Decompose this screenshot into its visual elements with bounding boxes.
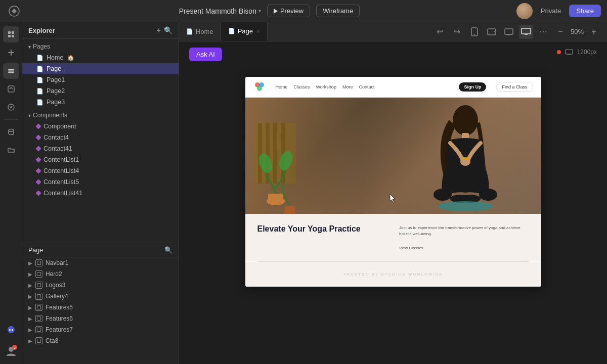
- tab-home[interactable]: 📄 Home: [179, 22, 221, 41]
- layer-features7[interactable]: ▶ Features7: [22, 324, 179, 335]
- undo-button[interactable]: ↩: [433, 25, 447, 39]
- tab-page[interactable]: 📄 Page ×: [221, 22, 268, 41]
- component-contentlist41[interactable]: ContentList41: [22, 188, 179, 199]
- canvas-content: Ask AI 1200px: [179, 41, 607, 364]
- svg-point-45: [479, 189, 497, 201]
- layer-gallery4-label: Gallery4: [46, 293, 68, 300]
- nav-class-button[interactable]: Find a Class: [496, 82, 533, 92]
- preview-button[interactable]: Preview: [267, 5, 310, 17]
- content-description: Join us to experience the transformative…: [399, 225, 529, 237]
- contentlist4-diamond-icon: [35, 168, 41, 173]
- zoom-in-button[interactable]: +: [587, 25, 601, 39]
- sidebar-icon-styles[interactable]: [3, 81, 19, 97]
- component-contentlist41-label: ContentList41: [44, 190, 82, 197]
- yoga-figure: [430, 103, 501, 214]
- svg-point-12: [10, 106, 12, 108]
- pages-section-header[interactable]: ▾ Pages: [22, 41, 179, 52]
- tab-home-icon: 📄: [186, 28, 193, 35]
- sidebar-icon-layers[interactable]: [3, 63, 19, 79]
- nav-link-classes[interactable]: Classes: [294, 84, 310, 89]
- logo-button[interactable]: [6, 3, 22, 19]
- layers-list: ▶ Navbar1 ▶ Hero2 ▶ Logos3 ▶ Gal: [22, 257, 179, 364]
- layers-search-icon[interactable]: 🔍: [164, 246, 172, 254]
- explorer-search-icon[interactable]: 🔍: [164, 26, 172, 34]
- features7-chevron: ▶: [28, 327, 32, 333]
- mobile-icon: [471, 27, 478, 36]
- share-button[interactable]: Share: [569, 5, 601, 17]
- ask-ai-button[interactable]: Ask AI: [189, 48, 222, 61]
- sidebar-icon-data[interactable]: [3, 124, 19, 140]
- hero2-inner-icon: [37, 272, 41, 276]
- tab-bar-right: ↩ ↪ ⋯ − 50% +: [433, 25, 607, 39]
- hero2-chevron: ▶: [28, 271, 32, 277]
- hero2-box-icon: [35, 270, 42, 278]
- layer-features5[interactable]: ▶ Features5: [22, 302, 179, 313]
- component-contentlist1[interactable]: ContentList1: [22, 154, 179, 165]
- desktop-view-button[interactable]: [519, 25, 533, 39]
- features5-box-icon: [35, 304, 42, 311]
- page-page1[interactable]: 📄 Page1: [22, 74, 179, 85]
- svg-point-14: [8, 326, 15, 333]
- sidebar-icon-add[interactable]: [3, 44, 19, 61]
- app-logo-icon: [9, 6, 20, 17]
- project-name[interactable]: Present Mammoth Bison ▾: [179, 7, 261, 15]
- zoom-out-button[interactable]: −: [553, 25, 568, 39]
- component-contact41[interactable]: Contact41: [22, 143, 179, 154]
- layer-cta8-label: Cta8: [46, 337, 58, 344]
- component-contentlist5[interactable]: ContentList5: [22, 176, 179, 188]
- private-button[interactable]: Private: [537, 5, 565, 17]
- home-house-icon: 🏠: [67, 55, 74, 61]
- layer-cta8[interactable]: ▶ Cta8: [22, 335, 179, 346]
- contact41-diamond-icon: [35, 146, 41, 151]
- svg-rect-25: [522, 28, 531, 34]
- data-icon: [7, 128, 15, 136]
- explorer-panel: Explorer + 🔍 ▾ Pages 📄 Home 🏠: [22, 22, 179, 364]
- component-contentlist4-label: ContentList4: [44, 167, 79, 174]
- content-view-classes-link[interactable]: View Classes: [399, 246, 423, 250]
- more-button[interactable]: ⋯: [536, 25, 550, 39]
- nav-signup-button[interactable]: Sign Up: [459, 82, 486, 92]
- layer-gallery4[interactable]: ▶ Gallery4: [22, 291, 179, 302]
- component-component[interactable]: Component: [22, 121, 179, 132]
- desktop-small-view-button[interactable]: [502, 25, 516, 39]
- page-page1-label: Page1: [47, 76, 65, 83]
- layer-logos3[interactable]: ▶ Logos3: [22, 280, 179, 291]
- redo-button[interactable]: ↪: [450, 25, 464, 39]
- cta8-box-icon: [35, 337, 42, 344]
- sidebar-icon-discord[interactable]: [3, 322, 19, 338]
- nav-link-more[interactable]: More: [342, 84, 353, 89]
- layer-hero2[interactable]: ▶ Hero2: [22, 268, 179, 280]
- sidebar-icon-folder[interactable]: [3, 142, 19, 158]
- logos3-inner-icon: [37, 283, 41, 287]
- nav-link-home[interactable]: Home: [276, 84, 288, 89]
- page-page-label: Page: [47, 65, 61, 72]
- user-icon[interactable]: 2: [4, 344, 18, 358]
- components-section-header[interactable]: ▾ Components: [22, 110, 179, 121]
- sidebar-icon-explorer[interactable]: [3, 26, 19, 42]
- svg-point-13: [9, 129, 14, 132]
- component-contact4[interactable]: Contact4: [22, 132, 179, 143]
- page-page2[interactable]: 📄 Page2: [22, 85, 179, 97]
- navbar1-chevron: ▶: [28, 260, 32, 266]
- layer-navbar1[interactable]: ▶ Navbar1: [22, 257, 179, 268]
- nav-link-contact[interactable]: Contact: [359, 84, 374, 89]
- page-page3-label: Page3: [47, 99, 65, 106]
- component-contentlist4[interactable]: ContentList4: [22, 165, 179, 176]
- nav-link-workshop[interactable]: Workshop: [316, 84, 336, 89]
- page-home[interactable]: 📄 Home 🏠: [22, 52, 179, 63]
- sidebar-icon-assets[interactable]: [3, 99, 19, 115]
- tablet-view-button[interactable]: [485, 25, 499, 39]
- page-page3-icon: 📄: [36, 99, 44, 106]
- layer-features6[interactable]: ▶ Features6: [22, 313, 179, 324]
- features6-box-icon: [35, 315, 42, 322]
- explorer-add-icon[interactable]: +: [157, 26, 161, 34]
- page-page3[interactable]: 📄 Page3: [22, 97, 179, 108]
- logos3-box-icon: [35, 282, 42, 289]
- cta8-chevron: ▶: [28, 338, 32, 344]
- svg-point-21: [474, 34, 475, 35]
- wireframe-button[interactable]: Wireframe: [316, 5, 360, 17]
- tab-page-close[interactable]: ×: [256, 28, 259, 34]
- mobile-view-button[interactable]: [467, 25, 482, 39]
- page-page[interactable]: 📄 Page: [22, 63, 179, 74]
- avatar[interactable]: [516, 3, 533, 19]
